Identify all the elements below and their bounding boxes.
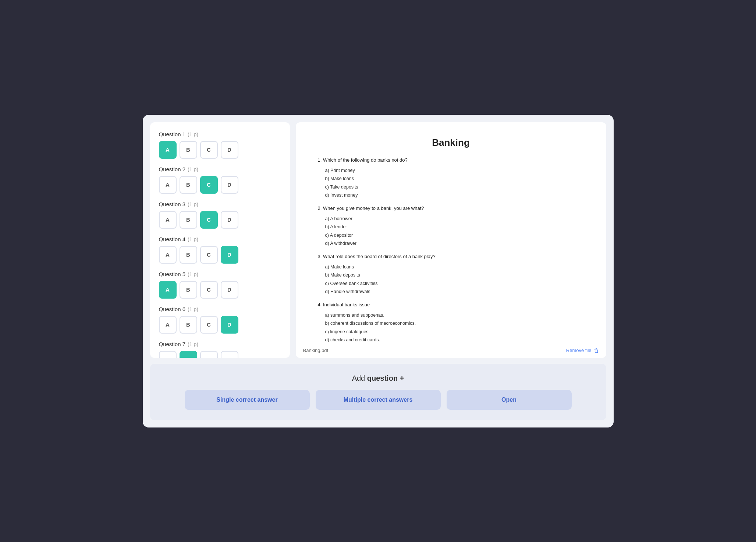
answer-btn-6-C[interactable]: C xyxy=(200,316,218,334)
answer-buttons-6: ABCD xyxy=(159,316,281,334)
pdf-option-3-2: b) Make deposits xyxy=(325,271,584,279)
pdf-question-4: 4. Individual banks issuea) summons and … xyxy=(318,302,584,343)
question-row: Question 6(1 p)ABCD xyxy=(159,306,281,334)
pdf-option-2-3: c) A depositor xyxy=(325,231,584,240)
answer-btn-4-B[interactable]: B xyxy=(180,246,197,264)
answer-btn-4-D[interactable]: D xyxy=(221,246,238,264)
pdf-option-4-2: b) coherent discussions of macroeconomic… xyxy=(325,319,584,328)
answer-btn-1-C[interactable]: C xyxy=(200,141,218,159)
answer-btn-5-C[interactable]: C xyxy=(200,281,218,299)
answer-btn-1-B[interactable]: B xyxy=(180,141,197,159)
answer-btn-1-D[interactable]: D xyxy=(221,141,238,159)
trash-icon: 🗑 xyxy=(594,348,599,353)
pdf-question-text-4: 4. Individual banks issue xyxy=(318,302,584,307)
answer-btn-3-B[interactable]: B xyxy=(180,211,197,229)
answer-buttons-4: ABCD xyxy=(159,246,281,264)
pdf-option-4-3: c) lingerie catalogues. xyxy=(325,328,584,336)
questions-panel: Question 1(1 p)ABCDQuestion 2(1 p)ABCDQu… xyxy=(150,122,290,358)
question-label-1: Question 1(1 p) xyxy=(159,131,281,137)
pdf-option-1-2: b) Make loans xyxy=(325,175,584,183)
pdf-panel: Banking 1. Which of the following do ban… xyxy=(296,122,606,358)
question-row: Question 4(1 p)ABCD xyxy=(159,236,281,264)
question-label-7: Question 7(1 p) xyxy=(159,341,281,347)
pdf-footer: Banking.pdf Remove file 🗑 xyxy=(296,343,606,358)
pdf-question-1: 1. Which of the following do banks not d… xyxy=(318,157,584,200)
pdf-question-3: 3. What role does the board of directors… xyxy=(318,254,584,296)
pdf-options-2: a) A borrowerb) A lenderc) A depositord)… xyxy=(318,215,584,248)
question-type-btn-1[interactable]: Multiple correct answers xyxy=(316,390,441,410)
answer-btn-6-A[interactable]: A xyxy=(159,316,177,334)
answer-btn-1-A[interactable]: A xyxy=(159,141,177,159)
pdf-option-3-1: a) Make loans xyxy=(325,263,584,271)
answer-buttons-5: ABCD xyxy=(159,281,281,299)
pdf-option-3-4: d) Handle withdrawals xyxy=(325,288,584,296)
answer-buttons-1: ABCD xyxy=(159,141,281,159)
answer-btn-5-A[interactable]: A xyxy=(159,281,177,299)
answer-btn-2-B[interactable]: B xyxy=(180,176,197,194)
add-question-label: Add question + xyxy=(159,374,597,383)
answer-btn-5-D[interactable]: D xyxy=(221,281,238,299)
answer-btn-6-B[interactable]: B xyxy=(180,316,197,334)
question-type-btn-0[interactable]: Single correct answer xyxy=(185,390,310,410)
question-type-btn-2[interactable]: Open xyxy=(447,390,572,410)
answer-buttons-7: ABCD xyxy=(159,351,281,358)
question-row: Question 3(1 p)ABCD xyxy=(159,201,281,229)
main-container: Question 1(1 p)ABCDQuestion 2(1 p)ABCDQu… xyxy=(143,115,614,427)
pdf-question-2: 2. When you give money to a bank, you ar… xyxy=(318,205,584,248)
answer-btn-6-D[interactable]: D xyxy=(221,316,238,334)
pdf-question-text-2: 2. When you give money to a bank, you ar… xyxy=(318,205,584,211)
question-row: Question 7(1 p)ABCD xyxy=(159,341,281,358)
remove-file-label: Remove file xyxy=(566,348,592,353)
answer-btn-7-B[interactable]: B xyxy=(180,351,197,358)
question-label-2: Question 2(1 p) xyxy=(159,166,281,172)
pdf-filename: Banking.pdf xyxy=(303,348,329,353)
answer-btn-2-A[interactable]: A xyxy=(159,176,177,194)
answer-btn-3-C[interactable]: C xyxy=(200,211,218,229)
question-row: Question 1(1 p)ABCD xyxy=(159,131,281,159)
pdf-option-1-3: c) Take deposits xyxy=(325,183,584,191)
pdf-option-2-1: a) A borrower xyxy=(325,215,584,223)
answer-btn-7-D[interactable]: D xyxy=(221,351,238,358)
pdf-option-4-4: d) checks and credit cards. xyxy=(325,336,584,343)
pdf-question-text-1: 1. Which of the following do banks not d… xyxy=(318,157,584,163)
answer-btn-4-A[interactable]: A xyxy=(159,246,177,264)
pdf-options-4: a) summons and subpoenas.b) coherent dis… xyxy=(318,311,584,343)
answer-btn-5-B[interactable]: B xyxy=(180,281,197,299)
bottom-panel: Add question + Single correct answerMult… xyxy=(150,364,606,420)
pdf-content-area: Banking 1. Which of the following do ban… xyxy=(296,122,606,343)
question-row: Question 5(1 p)ABCD xyxy=(159,271,281,299)
pdf-option-2-2: b) A lender xyxy=(325,223,584,231)
answer-btn-3-D[interactable]: D xyxy=(221,211,238,229)
question-label-6: Question 6(1 p) xyxy=(159,306,281,312)
pdf-option-1-1: a) Print money xyxy=(325,166,584,175)
answer-btn-2-D[interactable]: D xyxy=(221,176,238,194)
answer-btn-3-A[interactable]: A xyxy=(159,211,177,229)
main-content-area: Question 1(1 p)ABCDQuestion 2(1 p)ABCDQu… xyxy=(150,122,606,358)
question-label-4: Question 4(1 p) xyxy=(159,236,281,242)
pdf-question-text-3: 3. What role does the board of directors… xyxy=(318,254,584,259)
remove-file-button[interactable]: Remove file 🗑 xyxy=(566,348,599,353)
pdf-option-1-4: d) Invest money xyxy=(325,191,584,200)
pdf-option-2-4: d) A withdrawer xyxy=(325,239,584,248)
answer-btn-7-A[interactable]: A xyxy=(159,351,177,358)
pdf-options-3: a) Make loansb) Make depositsc) Oversee … xyxy=(318,263,584,296)
pdf-options-1: a) Print moneyb) Make loansc) Take depos… xyxy=(318,166,584,200)
question-label-5: Question 5(1 p) xyxy=(159,271,281,277)
question-row: Question 2(1 p)ABCD xyxy=(159,166,281,194)
pdf-option-4-1: a) summons and subpoenas. xyxy=(325,311,584,320)
answer-btn-4-C[interactable]: C xyxy=(200,246,218,264)
pdf-option-3-3: c) Oversee bank activities xyxy=(325,279,584,288)
answer-buttons-3: ABCD xyxy=(159,211,281,229)
pdf-title: Banking xyxy=(318,137,584,148)
answer-btn-7-C[interactable]: C xyxy=(200,351,218,358)
question-label-3: Question 3(1 p) xyxy=(159,201,281,207)
question-type-buttons: Single correct answerMultiple correct an… xyxy=(159,390,597,410)
answer-btn-2-C[interactable]: C xyxy=(200,176,218,194)
answer-buttons-2: ABCD xyxy=(159,176,281,194)
